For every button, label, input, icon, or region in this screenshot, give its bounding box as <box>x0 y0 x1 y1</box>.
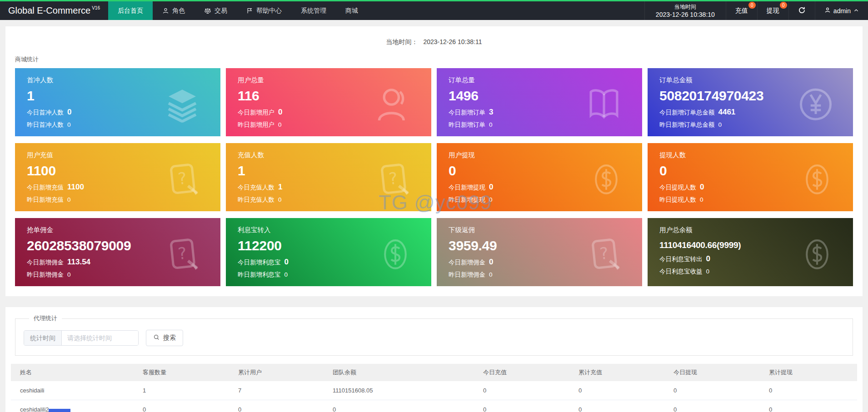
navbar-local-time: 当地时间 2023-12-26 10:38:10 <box>644 1 726 20</box>
card-line-value: 0 <box>67 108 71 116</box>
nav-item-help-center[interactable]: 帮助中心 <box>237 1 291 20</box>
stat-time-input[interactable] <box>62 331 138 345</box>
card-line-label: 昨日新增订单总金额 <box>659 121 715 128</box>
search-button[interactable]: 搜索 <box>146 330 183 346</box>
card-line-value: 0 <box>489 121 493 128</box>
card-line-label: 今日新增佣金 <box>27 259 64 266</box>
partial-blue-element <box>49 409 70 412</box>
scales-icon <box>204 7 211 15</box>
card-line-value: 3 <box>489 108 493 116</box>
nav-item-roles[interactable]: 角色 <box>153 1 195 20</box>
withdraw-label: 提现 <box>767 7 779 15</box>
dollar-circle-icon <box>800 236 834 273</box>
card-line-label: 昨日新增用户 <box>238 121 274 128</box>
top-navbar: Global E-Commerce V16 后台首页 角色 交易 帮助中心 系统… <box>0 0 868 20</box>
user-icon <box>824 7 831 15</box>
nav-item-system[interactable]: 系统管理 <box>291 1 336 20</box>
card-line-label: 昨日新增充值 <box>27 196 64 203</box>
card-line-value: 0 <box>284 271 288 278</box>
table-header: 客服数量 <box>134 364 229 381</box>
card-title: 首冲人数 <box>27 76 209 84</box>
table-header: 姓名 <box>11 364 134 381</box>
table-header-row: 姓名 客服数量 累计用户 团队余额 今日充值 累计充值 今日提现 累计提现 <box>11 364 857 381</box>
card-line-value: 0 <box>489 258 493 266</box>
stats-section-title: 商城统计 <box>15 55 863 64</box>
document-question-pencil-icon: ? <box>164 161 201 198</box>
card-line-value: 0 <box>700 183 704 191</box>
stat-cards-grid: 首冲人数 1 今日首冲人数0 昨日首冲人数0 用户总量 116 今日新增用户0 … <box>15 68 853 286</box>
card-line-value: 0 <box>278 196 282 203</box>
table-header: 累计提现 <box>760 364 857 381</box>
card-line-label: 今日提现人数 <box>659 184 696 191</box>
dollar-circle-icon <box>800 161 834 198</box>
card-line-label: 今日充值人数 <box>238 184 274 191</box>
card-line-value: 1100 <box>67 183 84 191</box>
refresh-icon <box>798 6 806 15</box>
table-header: 今日充值 <box>474 364 569 381</box>
stat-card-subordinate-rebate: 下级返佣 3959.49 今日新增佣金0 昨日新增佣金0 ? <box>437 218 642 286</box>
table-cell: 0 <box>134 400 229 412</box>
table-cell: 0 <box>569 400 664 412</box>
agent-panel: 代理统计 统计时间 搜索 姓名 客服数量 累计用户 团队余额 今日充值 累 <box>5 307 863 412</box>
recharge-label: 充值 <box>735 7 748 15</box>
card-line-label: 昨日新增提现 <box>449 196 485 203</box>
yen-circle-icon <box>798 86 834 123</box>
nav-item-home[interactable]: 后台首页 <box>108 1 153 20</box>
card-line-value: 0 <box>67 271 71 278</box>
card-line-label: 今日新增订单总金额 <box>659 109 715 116</box>
card-line-label: 昨日首冲人数 <box>27 121 64 128</box>
table-cell: ceshidalili2 <box>11 400 134 412</box>
card-title: 利息宝转入 <box>238 226 419 234</box>
table-header: 累计充值 <box>569 364 664 381</box>
app-version: V16 <box>92 5 100 10</box>
withdraw-button[interactable]: 提现 0 <box>757 1 788 20</box>
nav-item-label: 交易 <box>215 7 227 15</box>
svg-text:?: ? <box>388 169 398 188</box>
document-question-pencil-icon: ? <box>375 161 412 198</box>
book-icon <box>585 85 623 124</box>
svg-text:?: ? <box>177 169 187 188</box>
navbar-right: 当地时间 2023-12-26 10:38:10 充值 0 提现 0 admin <box>644 1 868 20</box>
dollar-circle-icon <box>379 236 412 273</box>
card-line-label: 今日新增提现 <box>449 184 485 191</box>
card-line-value: 0 <box>706 268 710 275</box>
card-line-value: 0 <box>489 183 493 191</box>
nav-item-label: 角色 <box>172 7 185 15</box>
table-row: ceshidaili 1 7 1110151608.05 0 0 0 0 <box>11 381 857 400</box>
document-question-pencil-icon: ? <box>586 236 623 273</box>
svg-text:?: ? <box>177 243 187 263</box>
admin-menu[interactable]: admin <box>815 1 868 20</box>
card-title: 用户提现 <box>449 151 630 159</box>
refresh-button[interactable] <box>788 1 815 20</box>
app-logo-text: Global E-Commerce <box>8 5 90 16</box>
search-button-label: 搜索 <box>163 334 176 342</box>
layers-icon <box>163 86 201 123</box>
flag-icon <box>246 7 253 14</box>
card-line-value: 4461 <box>718 108 736 116</box>
card-line-label: 今日新增订单 <box>449 109 485 116</box>
table-cell: 0 <box>760 400 857 412</box>
card-line-value: 1 <box>278 183 282 191</box>
card-title: 用户总余额 <box>659 226 841 234</box>
chevron-up-icon <box>853 7 859 15</box>
table-cell: ceshidaili <box>11 381 134 400</box>
card-line-label: 今日新增佣金 <box>449 259 485 266</box>
table-header: 今日提现 <box>664 364 760 381</box>
panel-local-time: 当地时间： 2023-12-26 10:38:11 <box>5 26 863 46</box>
nav-item-label: 帮助中心 <box>256 7 282 15</box>
nav-item-mall[interactable]: 商城 <box>336 1 368 20</box>
stat-card-user-recharge: 用户充值 1100 今日新增充值1100 昨日新增充值0 ? <box>15 143 220 211</box>
stat-time-label: 统计时间 <box>24 331 62 345</box>
document-question-pencil-icon: ? <box>164 236 201 273</box>
recharge-button[interactable]: 充值 0 <box>726 1 757 20</box>
stat-card-first-recharge-users: 首冲人数 1 今日首冲人数0 昨日首冲人数0 <box>15 68 220 136</box>
withdraw-badge: 0 <box>780 2 787 9</box>
card-line-label: 昨日提现人数 <box>659 196 696 203</box>
card-title: 下级返佣 <box>449 226 630 234</box>
card-line-label: 今日新增用户 <box>238 109 274 116</box>
nav-item-trade[interactable]: 交易 <box>195 1 237 20</box>
stat-card-user-withdraw: 用户提现 0 今日新增提现0 昨日新增提现0 <box>437 143 642 211</box>
agent-stats-legend: 代理统计 <box>29 314 62 323</box>
card-title: 抢单佣金 <box>27 226 209 234</box>
user-icon <box>162 7 169 14</box>
